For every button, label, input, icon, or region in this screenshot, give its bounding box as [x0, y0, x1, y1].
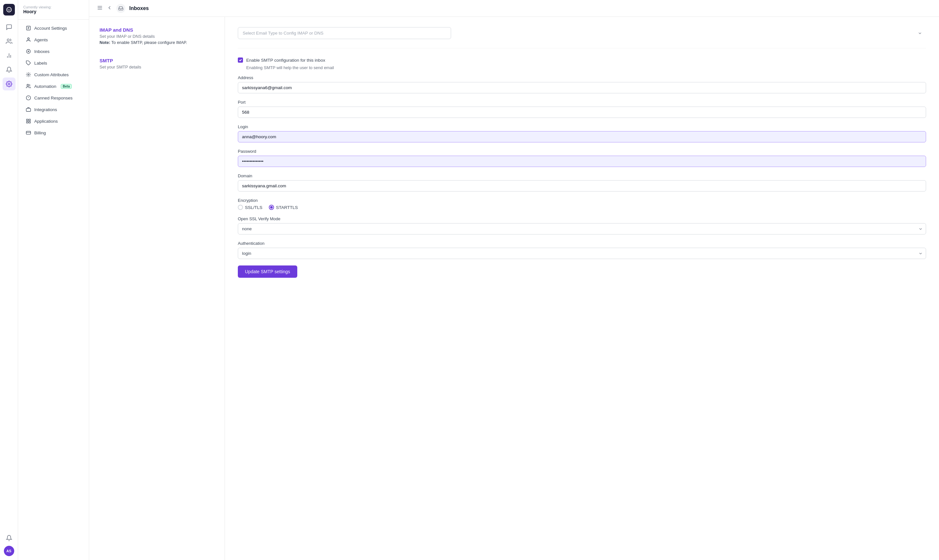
sidebar-item-label: Agents	[34, 37, 48, 42]
sidebar-item-integrations[interactable]: Integrations	[21, 104, 86, 115]
auth-select-wrapper: login plain cram_md5	[238, 248, 926, 259]
content-area: IMAP and DNS Set your IMAP or DNS detail…	[89, 17, 939, 560]
sidebar-item-agents[interactable]: Agents	[21, 34, 86, 45]
sidebar-header: Currently viewing: Hoory	[18, 5, 89, 20]
beta-badge: Beta	[61, 84, 72, 89]
applications-icon	[26, 118, 31, 124]
svg-point-15	[28, 74, 29, 75]
auth-label: Authentication	[238, 241, 926, 246]
back-icon-btn[interactable]	[106, 5, 113, 12]
sidebar-item-billing[interactable]: Billing	[21, 127, 86, 138]
conversations-icon-btn[interactable]	[3, 21, 15, 34]
openssl-select[interactable]: none peer client_once fail_if_no_peer_ce…	[238, 223, 926, 234]
currently-viewing-label: Currently viewing:	[23, 5, 84, 9]
svg-rect-25	[26, 131, 30, 134]
page-title: Inboxes	[129, 6, 149, 11]
auth-select[interactable]: login plain cram_md5	[238, 248, 926, 259]
starttls-radio[interactable]: STARTTLS	[269, 205, 298, 210]
sidebar-item-label: Custom Attributes	[34, 72, 69, 77]
sidebar-item-label: Canned Responses	[34, 95, 73, 100]
bell-icon-btn[interactable]	[3, 532, 15, 545]
svg-point-1	[8, 9, 8, 10]
billing-icon	[26, 130, 31, 135]
port-input[interactable]	[238, 106, 926, 118]
sidebar-item-applications[interactable]: Applications	[21, 115, 86, 126]
sidebar-item-label: Inboxes	[34, 49, 49, 54]
sidebar-item-canned-responses[interactable]: Canned Responses	[21, 92, 86, 103]
address-field-group: Address	[238, 75, 926, 93]
ssl-tls-radio-outer	[238, 205, 243, 210]
login-input[interactable]	[238, 131, 926, 142]
ssl-tls-radio[interactable]: SSL/TLS	[238, 205, 262, 210]
topbar: Inboxes	[89, 0, 939, 17]
domain-field-group: Domain	[238, 174, 926, 192]
sidebar-item-label: Applications	[34, 119, 58, 124]
inbox-icon	[116, 4, 125, 13]
openssl-select-wrapper: none peer client_once fail_if_no_peer_ce…	[238, 223, 926, 234]
openssl-field-group: Open SSL Verify Mode none peer client_on…	[238, 216, 926, 234]
menu-icon-btn[interactable]	[97, 5, 103, 12]
sidebar-item-account-settings[interactable]: Account Settings	[21, 23, 86, 34]
integrations-icon	[26, 107, 31, 112]
svg-point-12	[28, 38, 29, 39]
user-avatar[interactable]: AS	[4, 546, 14, 556]
agents-icon	[26, 37, 31, 42]
sidebar-item-label: Account Settings	[34, 26, 67, 31]
port-label: Port	[238, 100, 926, 105]
reports-icon-btn[interactable]	[3, 49, 15, 62]
account-settings-icon	[26, 26, 31, 31]
password-field-group: Password	[238, 149, 926, 167]
svg-point-16	[27, 84, 28, 86]
domain-input[interactable]	[238, 180, 926, 192]
sidebar-item-automation[interactable]: Automation Beta	[21, 81, 86, 92]
inboxes-icon	[26, 49, 31, 54]
sidebar-item-inboxes[interactable]: Inboxes	[21, 46, 86, 57]
ssl-tls-label: SSL/TLS	[245, 205, 262, 210]
starttls-radio-outer	[269, 205, 274, 210]
notifications-icon-btn[interactable]	[3, 63, 15, 76]
automation-icon	[26, 84, 31, 89]
svg-point-0	[6, 8, 11, 12]
imap-title: IMAP and DNS	[100, 27, 214, 32]
starttls-radio-inner	[270, 206, 273, 209]
right-panel: Select Email Type to Config IMAP or DNS …	[225, 17, 939, 560]
login-field-group: Login	[238, 124, 926, 142]
sidebar-item-custom-attributes[interactable]: Custom Attributes	[21, 69, 86, 80]
password-label: Password	[238, 149, 926, 154]
sidebar-item-labels[interactable]: Labels	[21, 57, 86, 68]
sidebar-item-label: Billing	[34, 131, 46, 135]
smtp-title: SMTP	[100, 58, 214, 63]
update-smtp-button[interactable]: Update SMTP settings	[238, 265, 297, 278]
checkmark-icon	[239, 58, 242, 62]
encryption-radio-group: SSL/TLS STARTTLS	[238, 205, 926, 210]
imap-desc: Set your IMAP or DNS details	[100, 34, 214, 39]
port-field-group: Port	[238, 100, 926, 118]
sidebar-item-label: Automation	[34, 84, 56, 89]
settings-icon-btn[interactable]	[3, 77, 15, 91]
contacts-icon-btn[interactable]	[3, 35, 15, 48]
smtp-enable-desc: Enabling SMTP will help the user to send…	[238, 65, 926, 70]
left-panel: IMAP and DNS Set your IMAP or DNS detail…	[89, 17, 225, 560]
smtp-desc: Set your SMTP details	[100, 65, 214, 69]
svg-rect-20	[26, 109, 30, 111]
custom-attributes-icon	[26, 72, 31, 77]
smtp-enable-label: Enable SMTP configuration for this inbox	[246, 58, 325, 63]
svg-rect-23	[29, 122, 30, 123]
sidebar-item-label: Labels	[34, 61, 47, 66]
encryption-label: Encryption	[238, 198, 926, 203]
sidebar: Currently viewing: Hoory Account Setting…	[18, 0, 89, 560]
address-input[interactable]	[238, 82, 926, 93]
svg-point-7	[8, 83, 10, 85]
smtp-enable-checkbox[interactable]	[238, 57, 243, 63]
canned-responses-icon	[26, 95, 31, 100]
icon-bar: AS	[0, 0, 18, 560]
login-label: Login	[238, 124, 926, 129]
imap-dns-select[interactable]: Select Email Type to Config IMAP or DNS …	[238, 27, 451, 39]
svg-rect-24	[26, 122, 28, 123]
main-content: Inboxes IMAP and DNS Set your IMAP or DN…	[89, 0, 939, 560]
imap-note: Note: To enable SMTP, please configure I…	[100, 40, 214, 45]
smtp-enable-row[interactable]: Enable SMTP configuration for this inbox	[238, 57, 926, 63]
imap-select-wrapper: Select Email Type to Config IMAP or DNS …	[238, 27, 926, 39]
password-input[interactable]	[238, 156, 926, 167]
smtp-section-desc: SMTP Set your SMTP details	[100, 58, 214, 69]
